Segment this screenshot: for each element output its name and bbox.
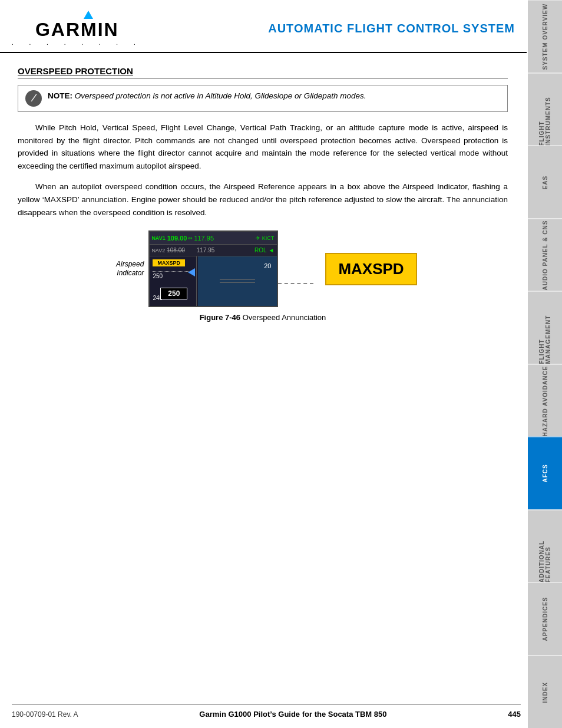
footer-page-number: 445 [508, 710, 521, 719]
speed-20: 20 [264, 262, 271, 269]
nav2-label: NAV2 [150, 248, 167, 253]
sidebar-tab-flight-management[interactable]: FLIGHT MANAGEMENT [528, 291, 562, 364]
sidebar-tab-afcs[interactable]: AFCS [528, 437, 562, 510]
figure-caption: Figure 7-46 Overspeed Annunciation [200, 313, 326, 322]
sidebar-tab-appendices[interactable]: APPENDICES [528, 582, 562, 655]
airspeed-indicator-label: Airspeed Indicator [108, 260, 144, 278]
maxspd-tape-label: MAXSPD [153, 259, 185, 266]
sidebar-tab-index[interactable]: INDEX [528, 655, 562, 729]
sidebar-tab-eas[interactable]: EAS [528, 146, 562, 219]
sidebar-tab-additional-features[interactable]: ADDITIONAL FEATURES [528, 510, 562, 583]
sidebar-tab-audio-panel-cns[interactable]: AUDIO PANEL & CNS [528, 219, 562, 292]
header-title: AUTOMATIC FLIGHT CONTROL SYSTEM [166, 22, 515, 35]
main-content: OVERSPEED PROTECTION ∕ NOTE: Overspeed p… [0, 66, 525, 322]
nav2-freq-active: 108.00 [167, 247, 185, 253]
note-content: Overspeed protection is not active in Al… [75, 91, 366, 100]
nav1-kict: ✈ KICT [256, 235, 277, 241]
figure-container: Airspeed Indicator NAV1 109.00 ⇔ 117.95 … [18, 230, 508, 322]
nav1-freq-active: 109.00 [167, 235, 187, 242]
speed-indicator-box: 250 [160, 288, 187, 299]
airspeed-tape: MAXSPD 250 240 250 [150, 256, 197, 306]
sidebar-tab-hazard-avoidance[interactable]: HAZARD AVOIDANCE [528, 364, 562, 437]
nav1-arrows: ⇔ [187, 235, 194, 241]
figure-caption-number: Figure 7-46 [200, 313, 240, 322]
nav1-freq-standby: 117.95 [194, 235, 214, 242]
speed-value-250: 250 [153, 273, 163, 279]
paragraph-2: When an autopilot overspeed condition oc… [18, 180, 508, 219]
page-header: GARMIN . . . . . . . . AUTOMATIC FLIGHT … [0, 0, 527, 53]
footer-title: Garmin G1000 Pilot’s Guide for the Socat… [199, 710, 386, 719]
page-footer: 190-00709-01 Rev. A Garmin G1000 Pilot’s… [12, 704, 521, 719]
note-label: NOTE: [48, 91, 72, 100]
horizon-lines [220, 277, 255, 285]
sidebar-tab-system-overview[interactable]: SYSTEM OVERVIEW [528, 0, 562, 73]
note-text: NOTE: Overspeed protection is not active… [48, 90, 366, 102]
note-box: ∕ NOTE: Overspeed protection is not acti… [18, 85, 508, 112]
rol-arrow-icon: ◄ [268, 247, 274, 253]
connector-line [278, 283, 313, 284]
attitude-area: 20 [198, 256, 277, 306]
speed-triangle-icon [188, 268, 195, 276]
nav1-bar: NAV1 109.00 ⇔ 117.95 ✈ KICT [150, 232, 277, 245]
instrument-panel: NAV1 109.00 ⇔ 117.95 ✈ KICT NAV2 108.00 … [148, 230, 278, 307]
nav1-label: NAV1 [150, 235, 167, 241]
figure-inner: Airspeed Indicator NAV1 109.00 ⇔ 117.95 … [108, 230, 416, 307]
figure-caption-text: Overspeed Annunciation [243, 313, 326, 322]
maxspd-annunciation-box: MAXSPD [325, 253, 416, 285]
garmin-dots: . . . . . . . . [12, 39, 143, 46]
brand-name: GARMIN [35, 20, 119, 39]
right-sidebar: SYSTEM OVERVIEW FLIGHT INSTRUMENTS EAS A… [528, 0, 562, 728]
footer-doc-number: 190-00709-01 Rev. A [12, 710, 78, 719]
connector-area [278, 253, 313, 284]
nav2-freq-standby: 117.95 [185, 247, 215, 253]
section-title: OVERSPEED PROTECTION [18, 66, 508, 79]
garmin-logo: GARMIN . . . . . . . . [12, 11, 143, 46]
nav2-bar: NAV2 108.00 117.95 ROL ◄ [150, 245, 277, 256]
sidebar-tab-flight-instruments[interactable]: FLIGHT INSTRUMENTS [528, 73, 562, 146]
rol-label: ROL ◄ [254, 247, 277, 253]
paragraph-1: While Pitch Hold, Vertical Speed, Flight… [18, 121, 508, 172]
note-icon: ∕ [25, 90, 42, 107]
garmin-triangle-icon [84, 11, 93, 19]
